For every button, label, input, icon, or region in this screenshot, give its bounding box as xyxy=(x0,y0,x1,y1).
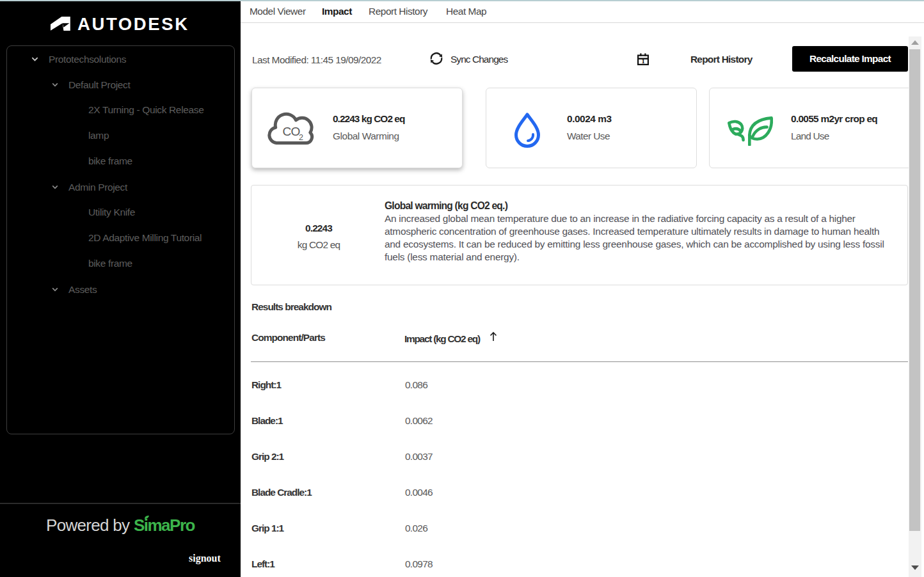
svg-text:1: 1 xyxy=(642,58,645,65)
svg-text:CO: CO xyxy=(283,125,300,138)
svg-text:2: 2 xyxy=(299,133,303,142)
